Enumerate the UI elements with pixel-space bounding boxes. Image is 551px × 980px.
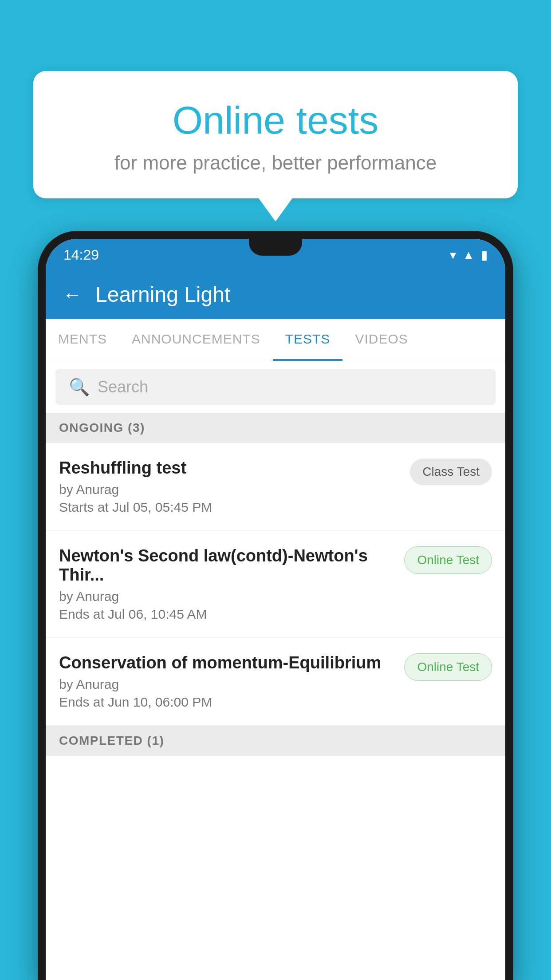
search-container: 🔍 Search (46, 361, 505, 413)
app-title: Learning Light (95, 282, 230, 307)
phone-frame: 14:29 ▾ ▲ ▮ ← Learning Light MENTS ANNOU… (38, 231, 513, 980)
bubble-subtitle: for more practice, better performance (60, 152, 491, 174)
test-info-3: Conservation of momentum-Equilibrium by … (59, 653, 404, 710)
test-author-3: by Anurag (59, 677, 395, 692)
test-item[interactable]: Conservation of momentum-Equilibrium by … (46, 638, 505, 726)
test-item[interactable]: Newton's Second law(contd)-Newton's Thir… (46, 531, 505, 638)
search-bar[interactable]: 🔍 Search (55, 369, 496, 405)
test-name-2: Newton's Second law(contd)-Newton's Thir… (59, 546, 395, 585)
completed-section-header: COMPLETED (1) (46, 726, 505, 756)
wifi-icon: ▾ (450, 248, 456, 262)
test-badge-1: Class Test (410, 458, 492, 485)
test-date-2: Ends at Jul 06, 10:45 AM (59, 607, 395, 622)
test-name-1: Reshuffling test (59, 458, 401, 478)
tabs-container: MENTS ANNOUNCEMENTS TESTS VIDEOS (46, 319, 505, 361)
test-info-1: Reshuffling test by Anurag Starts at Jul… (59, 458, 410, 515)
test-name-3: Conservation of momentum-Equilibrium (59, 653, 395, 672)
test-badge-2: Online Test (404, 546, 492, 574)
tab-videos[interactable]: VIDEOS (342, 319, 420, 361)
test-list: Reshuffling test by Anurag Starts at Jul… (46, 443, 505, 980)
search-icon: 🔍 (69, 377, 90, 397)
status-icons: ▾ ▲ ▮ (450, 248, 488, 262)
test-author-2: by Anurag (59, 589, 395, 604)
test-date-1: Starts at Jul 05, 05:45 PM (59, 500, 401, 515)
battery-icon: ▮ (481, 248, 488, 262)
status-time: 14:29 (63, 247, 99, 263)
completed-label: COMPLETED (1) (59, 734, 164, 747)
back-button[interactable]: ← (63, 284, 82, 306)
ongoing-section-header: ONGOING (3) (46, 413, 505, 443)
ongoing-label: ONGOING (3) (59, 421, 145, 435)
phone-screen: 14:29 ▾ ▲ ▮ ← Learning Light MENTS ANNOU… (46, 239, 505, 980)
tab-announcements[interactable]: ANNOUNCEMENTS (119, 319, 273, 361)
search-placeholder: Search (98, 378, 148, 396)
test-item[interactable]: Reshuffling test by Anurag Starts at Jul… (46, 443, 505, 531)
test-info-2: Newton's Second law(contd)-Newton's Thir… (59, 546, 404, 622)
tab-ments[interactable]: MENTS (46, 319, 119, 361)
tab-tests[interactable]: TESTS (273, 319, 343, 361)
signal-icon: ▲ (462, 248, 475, 262)
bubble-title: Online tests (60, 98, 491, 143)
phone-notch (249, 239, 302, 256)
app-bar: ← Learning Light (46, 270, 505, 319)
test-date-3: Ends at Jun 10, 06:00 PM (59, 695, 395, 710)
test-badge-3: Online Test (404, 653, 492, 681)
speech-bubble: Online tests for more practice, better p… (33, 71, 518, 198)
test-author-1: by Anurag (59, 482, 401, 497)
